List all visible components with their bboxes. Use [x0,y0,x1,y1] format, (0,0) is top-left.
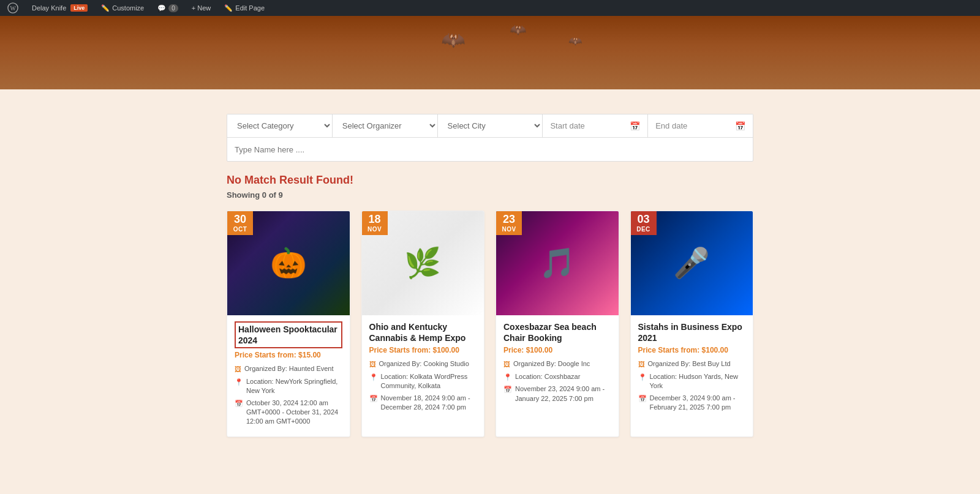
event-location-3: 📍 Location: Coxshbazar [503,372,611,382]
date-text-3: November 23, 2024 9:00 am - January 22, … [515,384,611,403]
customize-icon: ✏️ [101,4,110,12]
event-month-2: NOV [367,226,383,233]
date-text-2: November 18, 2024 9:00 am - December 28,… [381,394,477,413]
event-price-2: Price Starts from: $100.00 [369,346,477,354]
bat-icon-2: 🦇 [510,22,526,38]
event-month-3: NOV [501,226,517,233]
event-price-3: Price: $100.00 [503,346,611,354]
showing-total: 9 [279,190,283,200]
event-location-2: 📍 Location: Kolkata WordPress Community,… [369,372,477,391]
comments-item[interactable]: 💬 0 [155,4,181,12]
wp-logo-item[interactable]: W [5,2,21,13]
event-date-badge-3: 23 NOV [496,211,522,235]
event-location-1: 📍 Location: NewYork Springfield, New Yor… [235,377,342,396]
edit-page-item[interactable]: ✏️ Edit Page [222,4,267,12]
end-date-calendar-icon: 📅 [735,121,745,131]
edit-page-label: Edit Page [235,4,265,12]
organizer-icon-1: 🖼 [235,365,241,374]
live-badge: Live [70,4,88,12]
admin-bar: W Delay Knife Live ✏️ Customize 💬 0 + Ne… [0,0,980,16]
site-name-item[interactable]: Delay Knife Live [29,4,90,12]
bat-icon-3: 🦇 [568,34,582,48]
event-day-4: 03 [636,214,652,226]
name-search-input[interactable] [235,145,745,154]
category-select[interactable]: Select Category [227,114,333,137]
calendar-icon-1: 📅 [235,399,243,408]
filter-bar: Select Category Select Organizer Select … [227,114,753,162]
event-date-badge-4: 03 DEC [631,211,657,235]
event-img-wrap-4: 🎤 03 DEC [631,211,753,315]
event-img-wrap-3: 🎵 23 NOV [496,211,619,315]
event-date-text-4: 📅 December 3, 2024 9:00 am - February 21… [638,394,746,413]
event-month-4: DEC [636,226,652,233]
event-card-body-1: Halloween Spooktacular 2024 Price Starts… [227,315,350,436]
event-img-wrap-1: 🎃 30 OCT [227,211,350,315]
showing-count: 0 [262,190,266,200]
event-card-2[interactable]: 🌿 18 NOV Ohio and Kentucky Cannabis & He… [361,211,485,437]
filter-row-2 [227,138,753,161]
location-text-1: Location: NewYork Springfield, New York [246,377,342,396]
start-date-calendar-icon: 📅 [630,121,640,131]
event-card-body-3: Coxesbazar Sea beach Chair Booking Price… [496,315,619,413]
date-text-4: December 3, 2024 9:00 am - February 21, … [650,394,746,413]
main-content: Select Category Select Organizer Select … [0,89,980,462]
location-icon-1: 📍 [235,378,243,387]
event-title-3: Coxesbazar Sea beach Chair Booking [503,321,611,343]
event-title-1: Halloween Spooktacular 2024 [235,321,342,348]
city-select[interactable]: Select City [438,114,543,137]
event-location-4: 📍 Location: Hudson Yards, New York [638,372,746,391]
organizer-icon-2: 🖼 [369,360,376,369]
new-item[interactable]: + New [189,4,214,12]
event-price-4: Price Starts from: $100.00 [638,346,746,354]
organizer-text-2: Organized By: Cooking Studio [379,359,469,369]
calendar-icon-2: 📅 [369,394,378,403]
hero-banner: 🦇 🦇 🦇 [0,16,980,89]
event-card-3[interactable]: 🎵 23 NOV Coxesbazar Sea beach Chair Book… [496,211,619,437]
location-icon-2: 📍 [369,373,378,382]
event-title-2: Ohio and Kentucky Cannabis & Hemp Expo [369,321,477,343]
event-img-wrap-2: 🌿 18 NOV [362,211,484,315]
showing-separator: of [266,190,279,200]
event-date-text-3: 📅 November 23, 2024 9:00 am - January 22… [503,384,611,403]
event-date-text-1: 📅 October 30, 2024 12:00 am GMT+0000 - O… [235,399,342,427]
location-icon-4: 📍 [638,373,647,382]
event-day-1: 30 [232,214,248,226]
event-card-body-4: Sistahs in Business Expo 2021 Price Star… [631,315,753,422]
calendar-icon-3: 📅 [503,385,512,394]
event-organizer-3: 🖼 Organized By: Doogle Inc [503,359,611,369]
end-date-picker[interactable]: End date 📅 [648,114,753,137]
event-organizer-4: 🖼 Organized By: Best Buy Ltd [638,359,746,369]
event-date-text-2: 📅 November 18, 2024 9:00 am - December 2… [369,394,477,413]
event-title-4: Sistahs in Business Expo 2021 [638,321,746,343]
date-text-1: October 30, 2024 12:00 am GMT+0000 - Oct… [246,399,342,427]
start-date-picker[interactable]: Start date 📅 [543,114,648,137]
location-text-3: Location: Coxshbazar [515,372,580,381]
event-organizer-1: 🖼 Organized By: Haunted Event [235,364,342,374]
showing-prefix: Showing [227,190,262,200]
new-label: + New [192,4,211,12]
filter-row-1: Select Category Select Organizer Select … [227,114,753,138]
bat-icon-1: 🦇 [441,28,466,51]
comments-count: 0 [168,4,178,12]
customize-label: Customize [112,4,144,12]
svg-text:W: W [10,5,17,12]
event-card-body-2: Ohio and Kentucky Cannabis & Hemp Expo P… [362,315,484,422]
event-price-1: Price Starts from: $15.00 [235,351,342,359]
organizer-icon-3: 🖼 [503,360,510,369]
location-text-2: Location: Kolkata WordPress Community, K… [381,372,477,391]
event-card-1[interactable]: 🎃 30 OCT Halloween Spooktacular 2024 Pri… [227,211,350,437]
organizer-select[interactable]: Select Organizer [333,114,438,137]
events-grid: 🎃 30 OCT Halloween Spooktacular 2024 Pri… [227,211,753,437]
location-text-4: Location: Hudson Yards, New York [650,372,746,391]
organizer-text-4: Organized By: Best Buy Ltd [648,359,731,369]
event-month-1: OCT [232,226,248,233]
customize-item[interactable]: ✏️ Customize [99,4,146,12]
event-organizer-2: 🖼 Organized By: Cooking Studio [369,359,477,369]
event-card-4[interactable]: 🎤 03 DEC Sistahs in Business Expo 2021 P… [630,211,754,437]
organizer-text-3: Organized By: Doogle Inc [513,359,590,369]
event-day-3: 23 [501,214,517,226]
organizer-icon-4: 🖼 [638,360,645,369]
result-info: No Match Result Found! Showing 0 of 9 [227,174,753,200]
event-day-2: 18 [367,214,383,226]
end-date-label: End date [655,121,687,130]
